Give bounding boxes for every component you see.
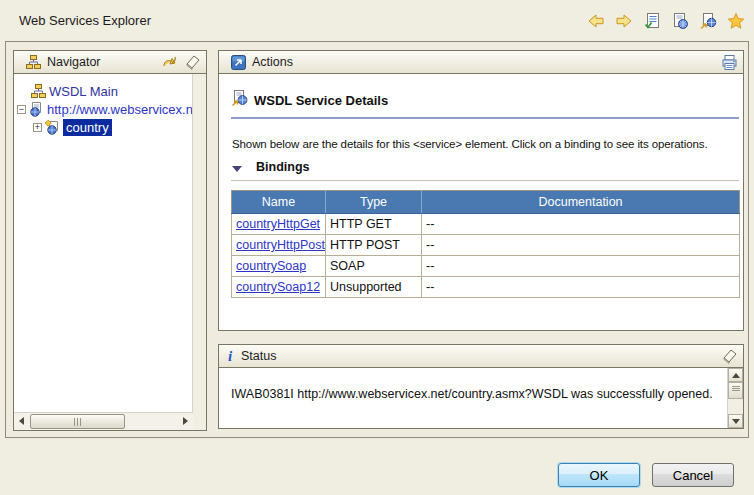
- collapse-expander-icon[interactable]: −: [17, 105, 26, 114]
- bindings-separator: [231, 180, 739, 182]
- binding-documentation: --: [422, 256, 740, 277]
- binding-type: HTTP GET: [326, 214, 422, 235]
- tree-item-label: WSDL Main: [49, 84, 118, 99]
- details-heading: WSDL Service Details: [254, 93, 388, 108]
- scroll-left-icon[interactable]: [19, 417, 24, 425]
- navigator-header: Navigator: [13, 50, 207, 74]
- collapse-twistie-icon[interactable]: [232, 166, 242, 172]
- tree-item-wsdl-url[interactable]: − http://www.webservicex.n: [14, 100, 192, 118]
- launch-icon[interactable]: [161, 54, 178, 71]
- navigator-panel: Navigator: [13, 50, 207, 431]
- info-icon: i: [224, 348, 236, 365]
- table-row: countryHttpGet HTTP GET --: [232, 214, 740, 235]
- binding-documentation: --: [422, 214, 740, 235]
- web-services-explorer-dialog: Web Services Explorer: [0, 0, 754, 495]
- actions-content: WSDL Service Details Shown below are the…: [218, 74, 744, 331]
- table-row: countrySoap12 Unsupported --: [232, 277, 740, 298]
- tree-item-wsdl-main[interactable]: WSDL Main: [14, 82, 192, 100]
- binding-link[interactable]: countryHttpPost: [236, 238, 325, 252]
- uddi-page-icon[interactable]: [642, 11, 661, 30]
- vertical-scroll-thumb[interactable]: [728, 382, 743, 399]
- binding-documentation: --: [422, 277, 740, 298]
- status-content: IWAB0381I http://www.webservicex.net/cou…: [218, 368, 744, 429]
- table-row: countrySoap SOAP --: [232, 256, 740, 277]
- scroll-up-icon[interactable]: [728, 368, 743, 382]
- tree-item-country[interactable]: + country: [14, 118, 192, 136]
- ok-button[interactable]: OK: [558, 463, 640, 487]
- wsil-page-icon[interactable]: [670, 11, 689, 30]
- service-icon: [45, 120, 60, 135]
- clear-eraser-icon[interactable]: [184, 54, 201, 71]
- status-message: IWAB0381I http://www.webservicex.net/cou…: [231, 387, 713, 401]
- scroll-grip: [74, 418, 75, 426]
- binding-type: SOAP: [326, 256, 422, 277]
- navigator-icon: [25, 54, 42, 71]
- back-icon[interactable]: [586, 11, 605, 30]
- details-heading-row: WSDL Service Details: [231, 90, 388, 111]
- scroll-right-icon[interactable]: [183, 417, 188, 425]
- wsdl-service-details-icon: [231, 90, 248, 111]
- status-header: i Status: [218, 344, 744, 368]
- wsdl-page-icon[interactable]: [698, 11, 717, 30]
- actions-panel: Actions: [218, 50, 744, 331]
- explorer-frame: Navigator: [5, 41, 749, 438]
- forward-icon[interactable]: [614, 11, 633, 30]
- favorites-star-icon[interactable]: [726, 11, 745, 30]
- tree-item-label: http://www.webservicex.n: [47, 102, 193, 117]
- binding-link[interactable]: countryHttpGet: [236, 217, 320, 231]
- binding-link[interactable]: countrySoap: [236, 259, 306, 273]
- scroll-grip: [732, 388, 740, 389]
- binding-type: Unsupported: [326, 277, 422, 298]
- details-description: Shown below are the details for this <se…: [232, 138, 708, 150]
- cancel-button[interactable]: Cancel: [652, 463, 734, 487]
- heading-rule: [231, 117, 739, 119]
- scroll-down-icon[interactable]: [728, 414, 743, 428]
- tree-item-label-selected: country: [63, 119, 112, 136]
- navigator-tree: WSDL Main − http://www.webserv: [14, 82, 192, 136]
- horizontal-scroll-thumb[interactable]: [30, 414, 125, 429]
- status-title: Status: [241, 349, 276, 363]
- bindings-table: Name Type Documentation countryHttpGet H…: [231, 190, 740, 298]
- actions-icon: [230, 54, 247, 71]
- bindings-title: Bindings: [256, 160, 309, 174]
- wsdl-document-icon: [29, 102, 44, 117]
- wsdl-main-icon: [31, 84, 46, 99]
- navigator-title: Navigator: [47, 55, 101, 69]
- expand-expander-icon[interactable]: +: [33, 123, 42, 132]
- bindings-section-header[interactable]: Bindings: [232, 160, 309, 174]
- clear-status-eraser-icon[interactable]: [721, 348, 738, 365]
- status-vertical-scrollbar[interactable]: [727, 368, 743, 428]
- binding-type: HTTP POST: [326, 235, 422, 256]
- print-icon[interactable]: [721, 54, 738, 71]
- status-panel: i Status IWAB0381I http://www.webservice…: [218, 344, 744, 429]
- navigator-tree-area: WSDL Main − http://www.webserv: [13, 74, 207, 431]
- table-header-row: Name Type Documentation: [232, 191, 740, 214]
- column-header-name: Name: [232, 191, 326, 214]
- binding-link[interactable]: countrySoap12: [236, 280, 320, 294]
- table-row: countryHttpPost HTTP POST --: [232, 235, 740, 256]
- column-header-type: Type: [326, 191, 422, 214]
- actions-title: Actions: [252, 55, 293, 69]
- actions-header: Actions: [218, 50, 744, 74]
- main-toolbar: [586, 11, 745, 30]
- page-title: Web Services Explorer: [19, 13, 151, 28]
- navigator-horizontal-scrollbar[interactable]: [14, 412, 193, 430]
- navigator-vertical-scrollbar[interactable]: [192, 74, 206, 430]
- column-header-documentation: Documentation: [422, 191, 740, 214]
- binding-documentation: --: [422, 235, 740, 256]
